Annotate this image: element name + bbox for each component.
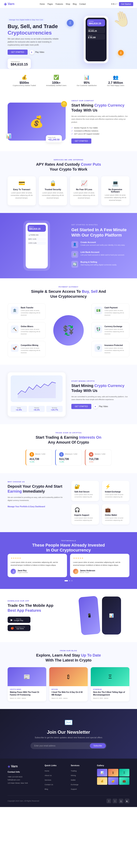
payment-desc-2: Lorem ipsum dolor sit amet, consectetur …: [21, 328, 43, 335]
get-started-steps: 👤 Create Account Create your account and…: [71, 241, 129, 268]
footer-link-0[interactable]: Home: [45, 770, 49, 772]
footer-col-gallery: Gallery 📊 ₿ Ξ 💰 🔐 💼: [97, 764, 129, 792]
footer-service-1[interactable]: Mining: [71, 775, 76, 776]
social-youtube[interactable]: ▶: [125, 799, 129, 803]
mining-play-button[interactable]: ▶ Play Video: [93, 404, 108, 409]
why-link[interactable]: Manage Your Portfolio & Easy Dashboard: [8, 505, 45, 507]
mobile-content: DOWNLOAD OUR APP Trade On The Mobile App…: [8, 600, 66, 631]
about-content: ABOUT OUR COMPANY Start Mining Crypto Cu…: [71, 100, 129, 144]
footer-link-1[interactable]: About Us: [45, 775, 52, 776]
apy-desc-3: Lorem ipsum dolor sit amet, consectetur …: [104, 194, 126, 202]
social-twitter[interactable]: t: [113, 799, 117, 803]
hero-play-button[interactable]: ▶ Play Video: [29, 50, 44, 55]
blog-title-2: Here Are The 5 Most Telling Sign of Micr…: [93, 691, 127, 696]
about-visual: 💰 🪙 📊 Daily Profit +$1,240.50: [8, 102, 66, 141]
get-started-phone: Balance $84,610.15 📊 Portfolio view ₿ BT…: [8, 221, 66, 271]
nav-logo: ◈ Varn: [4, 2, 15, 6]
payment-card-0: 🏦 Bank Transfer Lorem ipsum dolor sit am…: [8, 303, 46, 319]
blog-title-1: I Used The Web For A Day On A 50 MB Budg…: [52, 691, 86, 696]
stat-value-1: 100k+: [46, 81, 66, 85]
stat-label-0: Cryptocurrency Market Traded: [13, 85, 36, 87]
stat-item-2: 📊 95% Our Customer Satisfaction: [77, 75, 97, 87]
blog-tag-2: Ethereum: [93, 688, 127, 690]
hero-phone-mockup: Portfolio $84,610.15 Ethereum $3,401.25 …: [84, 16, 108, 63]
stat-icon-2: 📊: [77, 75, 97, 80]
why-title-0: Safe And Secure: [74, 491, 96, 493]
nav-cta-button[interactable]: Get Started: [119, 2, 133, 6]
why-title: Deposit Your Crypto And Start Earning Im…: [8, 484, 66, 494]
mining-description: We are committed to providing an easy, s…: [71, 395, 129, 401]
nav-links: Home Pages Features Shop Blog Contact: [40, 3, 86, 5]
nav-blog[interactable]: Blog: [73, 3, 77, 5]
author-avatar-1: J: [73, 569, 78, 574]
stat-value-0: $500m: [13, 81, 36, 85]
testimonials-tag: TESTIMONIALS: [8, 540, 129, 541]
dot-0[interactable]: [64, 580, 68, 581]
nav-shop[interactable]: Shop: [66, 3, 70, 5]
footer-service-4[interactable]: Support: [71, 788, 77, 790]
mining-cta-button[interactable]: GET STARTED: [71, 404, 91, 409]
blog-grid: 📰 Crypto News Making Peace With The Feas…: [8, 667, 129, 702]
dot-1[interactable]: [69, 580, 70, 581]
about-features: ✓Monitor Payouts To Your Wallet ✓Consist…: [71, 126, 129, 135]
hero-tag: Manage Your Digital Wallet & Stay Your C…: [8, 18, 45, 21]
blog-meta-1: March 10, 2023 · Admin: [52, 698, 86, 699]
footer-service-3[interactable]: Exchange: [71, 784, 78, 785]
newsletter-subscribe-button[interactable]: Subscribe: [90, 743, 106, 748]
footer-col-links2: Services Trading Mining Wallet Exchange …: [71, 764, 92, 792]
mining-buttons: GET STARTED ▶ Play Video: [71, 404, 129, 409]
payment-section: PAYMENT GATEWAY Simple & Secure Access T…: [0, 278, 137, 365]
stat-label-1: Immediately Verified Users: [46, 85, 66, 87]
google-play-button[interactable]: ▶ Get it on Google Play: [8, 617, 30, 623]
nav-contact[interactable]: Contact: [79, 3, 86, 5]
why-icon-0: 🔐: [74, 484, 96, 489]
apy-card-3: 💻 No Expensive Software Lorem ipsum dolo…: [101, 176, 129, 206]
crypto-card-1: Ξ Ethereum / USD 513,739 +1.8%: [55, 449, 82, 466]
stat-icon-0: 💰: [13, 75, 36, 80]
footer-link-3[interactable]: Contact Us: [45, 784, 53, 785]
social-links: f t in ▶: [107, 799, 129, 803]
why-section: WHY CHOOSE US Deposit Your Crypto And St…: [0, 473, 137, 532]
balance-label: Total Balance: [11, 61, 28, 62]
testimonials-grid: ★★★★★ Lorem ipsum dolor sit amet, consec…: [8, 554, 129, 577]
crypto-price-0: 413,739: [29, 458, 49, 461]
gallery-item-3: 💰: [97, 777, 107, 785]
trading-title-text: Start Trading & Earning Interests On Any…: [8, 435, 129, 445]
balance-amount: $84,610.15: [11, 62, 28, 66]
dot-2[interactable]: [71, 580, 73, 581]
app-store-button[interactable]: 🍎 Download on the App Store: [8, 625, 30, 631]
social-facebook[interactable]: f: [107, 799, 111, 803]
footer-link-4[interactable]: Blog: [45, 788, 48, 790]
why-desc-1: Lorem ipsum dolor sit amet consectetur a…: [105, 494, 127, 498]
apy-card-1: 🔒 Trusted Security Lorem ipsum dolor sit…: [39, 176, 67, 206]
get-started-section: Balance $84,610.15 📊 Portfolio view ₿ BT…: [0, 213, 137, 278]
testimonials-dots: [8, 580, 129, 581]
nav-pages[interactable]: Pages: [47, 3, 53, 5]
google-play-icon: ▶: [11, 618, 13, 621]
social-linkedin[interactable]: in: [119, 799, 123, 803]
hero-btc-coin: ₿: [118, 50, 124, 56]
nav-features[interactable]: Features: [56, 3, 63, 5]
balance-card: Total Balance $84,610.15: [8, 59, 31, 69]
author-role-0: Crypto Investor: [18, 571, 28, 574]
apy-section: SERVICES WE ARE OFFERING APY Rates And C…: [0, 151, 137, 213]
payment-desc-4: Lorem ipsum dolor sit amet, consectetur …: [21, 347, 43, 354]
apple-icon: 🍎: [11, 626, 14, 629]
newsletter-email-input[interactable]: [31, 743, 90, 748]
why-icon-1: ⚡: [105, 484, 127, 489]
newsletter-form: Subscribe: [30, 742, 107, 749]
stat-icon-1: ✅: [46, 75, 66, 80]
payment-content: 🏦 Bank Transfer Lorem ipsum dolor sit am…: [8, 303, 129, 357]
trading-tag: TRADE OVER 30 CRYPTOS: [8, 432, 129, 434]
navbar: ◈ Varn Home Pages Features Shop Blog Con…: [0, 0, 137, 8]
stars-0: ★★★★★: [11, 557, 64, 559]
about-cta-button[interactable]: GET STARTED: [71, 138, 91, 144]
mining-visual: Today +2.4% Weekly +8.1% Monthly +24.7%: [8, 372, 66, 416]
footer-service-0[interactable]: Trading: [71, 770, 77, 772]
step-icon-2: 🔄: [71, 261, 78, 268]
nav-home[interactable]: Home: [40, 3, 45, 5]
hero-get-started-button[interactable]: GET STARTED: [8, 50, 28, 55]
footer-service-2[interactable]: Wallet: [71, 779, 76, 781]
footer-contact-info: +880 123 629 9415 hello@varn.com 123 Mai…: [8, 775, 40, 784]
footer-link-2[interactable]: Services: [45, 779, 51, 781]
